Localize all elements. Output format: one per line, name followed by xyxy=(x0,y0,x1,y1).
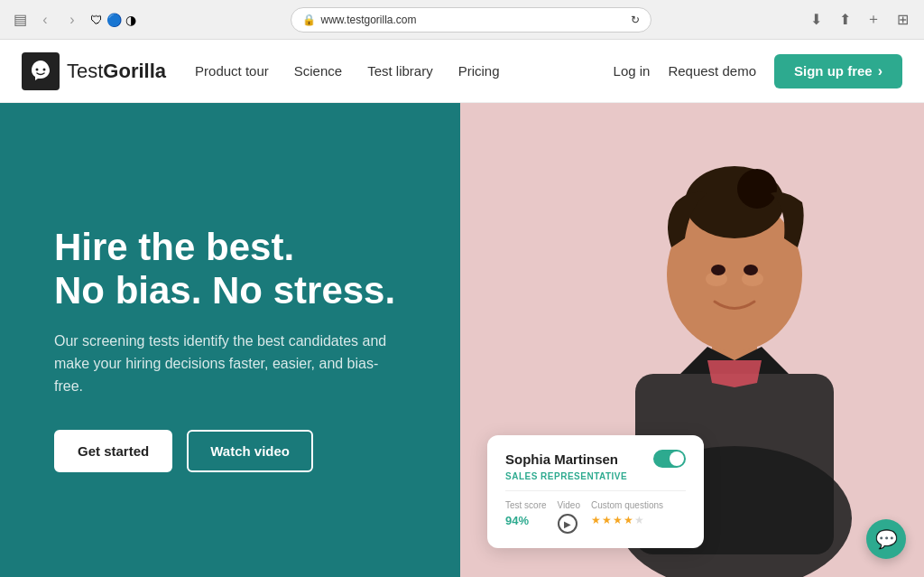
shield-half-icon: ◑ xyxy=(125,13,136,27)
browser-controls: ▤ ‹ › xyxy=(11,9,83,31)
sidebar-icon: ▤ xyxy=(14,11,27,28)
toggle-knob xyxy=(670,451,684,466)
nav-science[interactable]: Science xyxy=(294,63,342,79)
candidate-role: SALES REPRESENTATIVE xyxy=(505,471,686,481)
metric-video: Video ▶ xyxy=(558,500,580,534)
hero-buttons: Get started Watch video xyxy=(54,430,406,472)
card-header: Sophia Martinsen xyxy=(505,450,686,468)
hero-section: Hire the best. No bias. No stress. Our s… xyxy=(0,103,924,577)
signup-button[interactable]: Sign up free › xyxy=(774,54,902,88)
security-icons: 🛡 🔵 ◑ xyxy=(90,13,136,27)
star-rating: ★★★★★ xyxy=(591,514,663,526)
hero-right: Sophia Martinsen SALES REPRESENTATIVE Te… xyxy=(460,103,924,577)
card-divider xyxy=(505,490,686,491)
url-text: www.testgorilla.com xyxy=(321,14,417,26)
refresh-icon: ↻ xyxy=(631,14,640,26)
lock-icon: 🔒 xyxy=(302,14,316,26)
logo-icon xyxy=(22,52,60,90)
back-button[interactable]: ‹ xyxy=(34,9,56,31)
candidate-card: Sophia Martinsen SALES REPRESENTATIVE Te… xyxy=(487,435,704,548)
svg-point-0 xyxy=(36,68,39,70)
card-metrics: Test score 94% Video ▶ Custom questions … xyxy=(505,500,686,534)
arrow-icon: › xyxy=(878,63,882,79)
request-demo-button[interactable]: Request demo xyxy=(668,63,756,79)
url-bar[interactable]: 🔒 www.testgorilla.com ↻ xyxy=(291,7,651,33)
share-button[interactable]: ⬆ xyxy=(834,9,855,31)
download-button[interactable]: ⬇ xyxy=(805,9,827,31)
site-nav: TestGorilla Product tour Science Test li… xyxy=(0,40,924,103)
grid-button[interactable]: ⊞ xyxy=(892,9,913,31)
nav-links: Product tour Science Test library Pricin… xyxy=(195,63,614,79)
svg-point-10 xyxy=(711,265,725,275)
nav-product-tour[interactable]: Product tour xyxy=(195,63,269,79)
nav-pricing[interactable]: Pricing xyxy=(458,63,500,79)
url-section: 🔒 www.testgorilla.com ↻ xyxy=(143,7,798,33)
candidate-name: Sophia Martinsen xyxy=(505,451,618,467)
forward-button[interactable]: › xyxy=(61,9,83,31)
get-started-button[interactable]: Get started xyxy=(54,430,172,472)
watch-video-button[interactable]: Watch video xyxy=(187,430,313,472)
chat-icon: 💬 xyxy=(875,528,898,550)
browser-actions: ⬇ ⬆ ＋ ⊞ xyxy=(805,9,913,31)
sidebar-toggle-button[interactable]: ▤ xyxy=(11,11,29,29)
login-button[interactable]: Log in xyxy=(614,63,651,79)
svg-point-11 xyxy=(744,265,758,275)
hero-left: Hire the best. No bias. No stress. Our s… xyxy=(0,103,460,577)
metric-score: Test score 94% xyxy=(505,500,547,534)
nav-test-library[interactable]: Test library xyxy=(367,63,433,79)
hero-subtext: Our screening tests identify the best ca… xyxy=(54,330,397,397)
chat-bubble-button[interactable]: 💬 xyxy=(866,519,906,559)
svg-point-1 xyxy=(43,68,46,70)
logo[interactable]: TestGorilla xyxy=(22,52,166,90)
browser-chrome: ▤ ‹ › 🛡 🔵 ◑ 🔒 www.testgorilla.com ↻ ⬇ ⬆ … xyxy=(0,0,924,40)
logo-text: TestGorilla xyxy=(67,60,166,83)
nav-actions: Log in Request demo Sign up free › xyxy=(614,54,902,88)
hero-heading: Hire the best. No bias. No stress. xyxy=(54,226,406,313)
circle-blue-icon: 🔵 xyxy=(106,13,122,27)
svg-point-7 xyxy=(737,169,777,209)
video-play-icon[interactable]: ▶ xyxy=(558,514,578,534)
new-tab-button[interactable]: ＋ xyxy=(863,9,884,31)
toggle-switch[interactable] xyxy=(653,450,686,468)
shield-blue-icon: 🛡 xyxy=(90,13,103,27)
metric-custom: Custom questions ★★★★★ xyxy=(591,500,663,534)
